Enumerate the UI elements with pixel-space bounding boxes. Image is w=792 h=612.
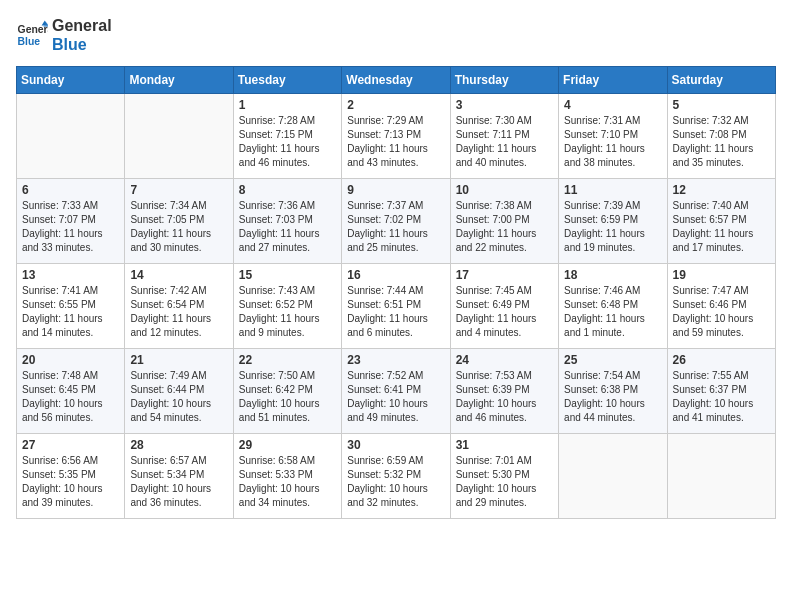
day-info: Sunrise: 7:48 AM Sunset: 6:45 PM Dayligh… xyxy=(22,369,119,425)
day-number: 13 xyxy=(22,268,119,282)
day-number: 28 xyxy=(130,438,227,452)
sunrise: Sunrise: 7:40 AM xyxy=(673,200,749,211)
daylight: Daylight: 11 hours and 25 minutes. xyxy=(347,228,428,253)
calendar-cell: 9 Sunrise: 7:37 AM Sunset: 7:02 PM Dayli… xyxy=(342,179,450,264)
daylight: Daylight: 11 hours and 40 minutes. xyxy=(456,143,537,168)
svg-text:Blue: Blue xyxy=(18,36,41,47)
sunset: Sunset: 6:48 PM xyxy=(564,299,638,310)
calendar-cell xyxy=(17,94,125,179)
day-info: Sunrise: 7:36 AM Sunset: 7:03 PM Dayligh… xyxy=(239,199,336,255)
day-info: Sunrise: 7:31 AM Sunset: 7:10 PM Dayligh… xyxy=(564,114,661,170)
day-info: Sunrise: 7:40 AM Sunset: 6:57 PM Dayligh… xyxy=(673,199,770,255)
day-number: 23 xyxy=(347,353,444,367)
calendar-cell xyxy=(559,434,667,519)
sunset: Sunset: 6:54 PM xyxy=(130,299,204,310)
sunset: Sunset: 6:59 PM xyxy=(564,214,638,225)
sunset: Sunset: 7:00 PM xyxy=(456,214,530,225)
weekday-header-wednesday: Wednesday xyxy=(342,67,450,94)
daylight: Daylight: 11 hours and 38 minutes. xyxy=(564,143,645,168)
calendar-cell: 15 Sunrise: 7:43 AM Sunset: 6:52 PM Dayl… xyxy=(233,264,341,349)
calendar-cell: 12 Sunrise: 7:40 AM Sunset: 6:57 PM Dayl… xyxy=(667,179,775,264)
day-number: 14 xyxy=(130,268,227,282)
daylight: Daylight: 11 hours and 35 minutes. xyxy=(673,143,754,168)
sunrise: Sunrise: 6:59 AM xyxy=(347,455,423,466)
sunrise: Sunrise: 7:41 AM xyxy=(22,285,98,296)
daylight: Daylight: 11 hours and 19 minutes. xyxy=(564,228,645,253)
daylight: Daylight: 11 hours and 33 minutes. xyxy=(22,228,103,253)
sunset: Sunset: 6:44 PM xyxy=(130,384,204,395)
calendar-cell: 30 Sunrise: 6:59 AM Sunset: 5:32 PM Dayl… xyxy=(342,434,450,519)
sunset: Sunset: 7:05 PM xyxy=(130,214,204,225)
sunrise: Sunrise: 7:34 AM xyxy=(130,200,206,211)
sunset: Sunset: 6:39 PM xyxy=(456,384,530,395)
calendar-cell: 25 Sunrise: 7:54 AM Sunset: 6:38 PM Dayl… xyxy=(559,349,667,434)
day-number: 5 xyxy=(673,98,770,112)
day-number: 22 xyxy=(239,353,336,367)
weekday-header-friday: Friday xyxy=(559,67,667,94)
daylight: Daylight: 11 hours and 4 minutes. xyxy=(456,313,537,338)
sunset: Sunset: 7:15 PM xyxy=(239,129,313,140)
logo-blue: Blue xyxy=(52,35,112,54)
daylight: Daylight: 10 hours and 39 minutes. xyxy=(22,483,103,508)
calendar-cell: 26 Sunrise: 7:55 AM Sunset: 6:37 PM Dayl… xyxy=(667,349,775,434)
logo-icon: General Blue xyxy=(16,19,48,51)
day-number: 17 xyxy=(456,268,553,282)
calendar-cell: 24 Sunrise: 7:53 AM Sunset: 6:39 PM Dayl… xyxy=(450,349,558,434)
daylight: Daylight: 10 hours and 56 minutes. xyxy=(22,398,103,423)
day-number: 4 xyxy=(564,98,661,112)
day-info: Sunrise: 7:29 AM Sunset: 7:13 PM Dayligh… xyxy=(347,114,444,170)
sunrise: Sunrise: 7:50 AM xyxy=(239,370,315,381)
day-info: Sunrise: 7:44 AM Sunset: 6:51 PM Dayligh… xyxy=(347,284,444,340)
calendar-week-1: 1 Sunrise: 7:28 AM Sunset: 7:15 PM Dayli… xyxy=(17,94,776,179)
day-number: 1 xyxy=(239,98,336,112)
calendar-cell: 8 Sunrise: 7:36 AM Sunset: 7:03 PM Dayli… xyxy=(233,179,341,264)
day-info: Sunrise: 7:46 AM Sunset: 6:48 PM Dayligh… xyxy=(564,284,661,340)
sunset: Sunset: 7:13 PM xyxy=(347,129,421,140)
sunset: Sunset: 7:07 PM xyxy=(22,214,96,225)
sunrise: Sunrise: 6:58 AM xyxy=(239,455,315,466)
day-info: Sunrise: 7:55 AM Sunset: 6:37 PM Dayligh… xyxy=(673,369,770,425)
daylight: Daylight: 10 hours and 46 minutes. xyxy=(456,398,537,423)
sunset: Sunset: 6:45 PM xyxy=(22,384,96,395)
weekday-header-sunday: Sunday xyxy=(17,67,125,94)
day-number: 2 xyxy=(347,98,444,112)
calendar-cell xyxy=(667,434,775,519)
daylight: Daylight: 11 hours and 1 minute. xyxy=(564,313,645,338)
day-number: 18 xyxy=(564,268,661,282)
logo: General Blue General Blue xyxy=(16,16,112,54)
daylight: Daylight: 11 hours and 46 minutes. xyxy=(239,143,320,168)
day-info: Sunrise: 7:47 AM Sunset: 6:46 PM Dayligh… xyxy=(673,284,770,340)
daylight: Daylight: 10 hours and 34 minutes. xyxy=(239,483,320,508)
day-info: Sunrise: 7:53 AM Sunset: 6:39 PM Dayligh… xyxy=(456,369,553,425)
weekday-header-thursday: Thursday xyxy=(450,67,558,94)
day-info: Sunrise: 7:41 AM Sunset: 6:55 PM Dayligh… xyxy=(22,284,119,340)
calendar-cell: 14 Sunrise: 7:42 AM Sunset: 6:54 PM Dayl… xyxy=(125,264,233,349)
calendar-cell: 2 Sunrise: 7:29 AM Sunset: 7:13 PM Dayli… xyxy=(342,94,450,179)
day-number: 16 xyxy=(347,268,444,282)
daylight: Daylight: 10 hours and 32 minutes. xyxy=(347,483,428,508)
logo-general: General xyxy=(52,16,112,35)
sunrise: Sunrise: 7:55 AM xyxy=(673,370,749,381)
daylight: Daylight: 10 hours and 36 minutes. xyxy=(130,483,211,508)
calendar-cell: 3 Sunrise: 7:30 AM Sunset: 7:11 PM Dayli… xyxy=(450,94,558,179)
sunrise: Sunrise: 6:57 AM xyxy=(130,455,206,466)
day-info: Sunrise: 7:42 AM Sunset: 6:54 PM Dayligh… xyxy=(130,284,227,340)
sunrise: Sunrise: 7:47 AM xyxy=(673,285,749,296)
sunset: Sunset: 6:46 PM xyxy=(673,299,747,310)
day-number: 10 xyxy=(456,183,553,197)
daylight: Daylight: 11 hours and 9 minutes. xyxy=(239,313,320,338)
calendar-cell: 13 Sunrise: 7:41 AM Sunset: 6:55 PM Dayl… xyxy=(17,264,125,349)
day-number: 6 xyxy=(22,183,119,197)
day-number: 12 xyxy=(673,183,770,197)
sunrise: Sunrise: 7:46 AM xyxy=(564,285,640,296)
sunrise: Sunrise: 7:39 AM xyxy=(564,200,640,211)
sunrise: Sunrise: 7:48 AM xyxy=(22,370,98,381)
daylight: Daylight: 11 hours and 12 minutes. xyxy=(130,313,211,338)
day-number: 25 xyxy=(564,353,661,367)
sunset: Sunset: 7:10 PM xyxy=(564,129,638,140)
calendar-cell: 4 Sunrise: 7:31 AM Sunset: 7:10 PM Dayli… xyxy=(559,94,667,179)
daylight: Daylight: 10 hours and 49 minutes. xyxy=(347,398,428,423)
sunrise: Sunrise: 7:37 AM xyxy=(347,200,423,211)
calendar-cell: 29 Sunrise: 6:58 AM Sunset: 5:33 PM Dayl… xyxy=(233,434,341,519)
sunrise: Sunrise: 7:33 AM xyxy=(22,200,98,211)
